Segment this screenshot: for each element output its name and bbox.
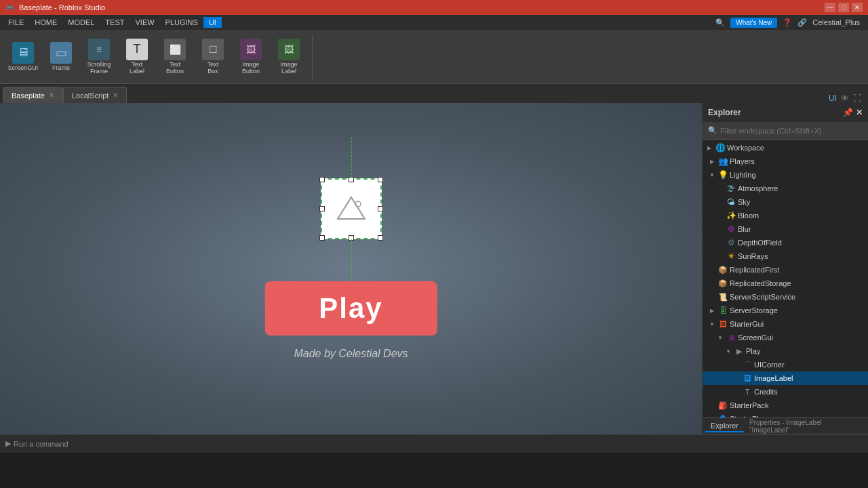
ui-tools-group: 🖥 ScreenGUI ▭ Frame ≡ ScrollingFrame T T…	[5, 35, 313, 79]
tree-name-screengui: ScreenGui	[738, 333, 773, 342]
tree-arrow-lighting[interactable]: ▼	[708, 171, 716, 179]
play-button[interactable]: Play	[264, 281, 437, 336]
help-icon[interactable]: ❓	[783, 18, 792, 27]
frame-tool[interactable]: ▭ Frame	[43, 35, 79, 79]
svg-marker-0	[338, 197, 365, 219]
tree-arrow-sunrays	[716, 252, 724, 260]
menu-plugins[interactable]: PLUGINS	[160, 17, 203, 28]
tree-item-sunrays[interactable]: ☀ SunRays	[703, 249, 868, 263]
menu-test[interactable]: TEST	[100, 17, 130, 28]
text-button-tool[interactable]: ⬜ TextButton	[157, 35, 193, 79]
tabbar: Baseplate ✕ LocalScript ✕ UI 👁 ⛶	[0, 84, 868, 103]
sunrays-icon: ☀	[726, 251, 736, 262]
tree-item-players[interactable]: ▶ 👥 Players	[703, 155, 868, 168]
tree-item-play[interactable]: ▼ ▶ Play	[703, 344, 868, 358]
expand-icon[interactable]: ⛶	[853, 94, 861, 103]
sky-icon: 🌤	[726, 197, 736, 207]
eye-icon[interactable]: 👁	[841, 94, 849, 103]
tree-item-screengui[interactable]: ▼ 🖥 ScreenGui	[703, 331, 868, 344]
credits-icon: T	[742, 386, 753, 397]
tree-item-atmosphere[interactable]: 🌫 Atmosphere	[703, 182, 868, 195]
tree-name-sss: ServerScriptService	[730, 293, 795, 301]
tree-item-replicatedstorage[interactable]: 📦 ReplicatedStorage	[703, 277, 868, 290]
tree-arrow-serverstorage[interactable]: ▶	[708, 306, 716, 314]
startergui-icon: 🖼	[717, 319, 728, 329]
selected-image-label[interactable]	[321, 178, 382, 239]
frame-label: Frame	[52, 65, 70, 72]
tree-arrow-workspace[interactable]: ▶	[705, 144, 713, 152]
toolbar: 🖥 ScreenGUI ▭ Frame ≡ ScrollingFrame T T…	[0, 30, 868, 84]
tab-localscript[interactable]: LocalScript ✕	[63, 87, 127, 103]
tree-name-play: Play	[746, 347, 760, 355]
text-label-tool[interactable]: T TextLabel	[119, 35, 155, 79]
explorer-tab[interactable]: Explorer	[705, 420, 744, 432]
tree-item-blur[interactable]: ⚙ Blur	[703, 222, 868, 236]
window-title: Baseplate - Roblox Studio	[19, 3, 105, 12]
tree-item-serverstorage[interactable]: ▶ 🗄 ServerStorage	[703, 304, 868, 317]
tree-item-uicorner[interactable]: ⌒ UICorner	[703, 358, 868, 371]
tree-arrow-screengui[interactable]: ▼	[716, 333, 724, 342]
text-box-tool[interactable]: ☐ TextBox	[195, 35, 231, 79]
tree-item-startergui[interactable]: ▼ 🖼 StarterGui	[703, 317, 868, 331]
handle-mr[interactable]	[378, 206, 383, 211]
properties-tab[interactable]: Properties - ImageLabel "ImageLabel"	[744, 418, 865, 435]
image-button-label: ImageButton	[242, 62, 260, 75]
repstorage-icon: 📦	[717, 278, 728, 289]
sss-icon: 📜	[717, 291, 728, 302]
scrolling-frame-tool[interactable]: ≡ ScrollingFrame	[81, 35, 117, 79]
tree-item-sky[interactable]: 🌤 Sky	[703, 195, 868, 209]
handle-tr[interactable]	[378, 177, 383, 182]
tree-arrow-startergui[interactable]: ▼	[708, 320, 716, 328]
explorer-search-input[interactable]	[720, 127, 863, 135]
tree-name-lighting: Lighting	[730, 171, 756, 179]
tree-item-workspace[interactable]: ▶ 🌐 Workspace	[703, 141, 868, 155]
handle-ml[interactable]	[319, 206, 325, 211]
handle-bl[interactable]	[319, 235, 325, 241]
maximize-button[interactable]: □	[838, 3, 849, 12]
menu-ui[interactable]: UI	[203, 17, 222, 28]
tree-item-credits[interactable]: T Credits	[703, 385, 868, 399]
tree-name-uicorner: UICorner	[754, 361, 785, 369]
menu-file[interactable]: FILE	[3, 17, 29, 28]
handle-tl[interactable]	[319, 177, 325, 182]
tree-name-serverstorage: ServerStorage	[730, 306, 778, 314]
menu-view[interactable]: VIEW	[130, 17, 159, 28]
serverstorage-icon: 🗄	[717, 305, 728, 316]
image-label-tool[interactable]: 🖼 ImageLabel	[271, 35, 307, 79]
explorer-close-icon[interactable]: ✕	[856, 108, 863, 117]
screengui-label: ScreenGUI	[8, 65, 39, 72]
menu-home[interactable]: HOME	[29, 17, 62, 28]
tree-arrow-blur	[716, 225, 724, 233]
tree-item-replicatedfirst[interactable]: 📦 ReplicatedFirst	[703, 263, 868, 277]
tree-item-depthoffield[interactable]: ⚙ DepthOfField	[703, 236, 868, 249]
whats-new-button[interactable]: What's New	[730, 18, 777, 28]
tab-localscript-close[interactable]: ✕	[113, 92, 118, 99]
tree-item-bloom[interactable]: ✨ Bloom	[703, 209, 868, 222]
text-box-label: TextBox	[208, 62, 219, 75]
handle-br[interactable]	[378, 235, 383, 241]
tab-baseplate-close[interactable]: ✕	[49, 92, 54, 99]
minimize-button[interactable]: —	[825, 3, 835, 12]
main-content: Play Made by Celestial Devs Explorer 📌 ✕…	[0, 103, 868, 434]
image-button-tool[interactable]: 🖼 ImageButton	[233, 35, 269, 79]
close-button[interactable]: ✕	[852, 3, 863, 12]
command-text: Run a command	[14, 440, 68, 448]
tree-arrow-players[interactable]: ▶	[708, 157, 716, 165]
tree-name-credits: Credits	[754, 388, 778, 396]
share-icon[interactable]: 🔗	[797, 18, 807, 27]
tree-item-imagelabel[interactable]: 🖼 ImageLabel	[703, 371, 868, 385]
tree-name-imagelabel: ImageLabel	[754, 374, 793, 382]
explorer-pin-icon[interactable]: 📌	[843, 108, 853, 117]
screengui-tool[interactable]: 🖥 ScreenGUI	[5, 35, 41, 79]
text-button-icon: ⬜	[164, 39, 186, 60]
tree-item-serverscriptservice[interactable]: 📜 ServerScriptService	[703, 290, 868, 304]
tab-baseplate[interactable]: Baseplate ✕	[3, 87, 63, 103]
tree-item-starterpack[interactable]: 🎒 StarterPack	[703, 399, 868, 412]
ui-toggle-icon[interactable]: UI	[829, 94, 837, 103]
tree-item-lighting[interactable]: ▼ 💡 Lighting	[703, 168, 868, 182]
viewport-canvas[interactable]: Play Made by Celestial Devs	[0, 103, 702, 434]
explorer-search-bar[interactable]: 🔍	[703, 122, 868, 140]
image-placeholder-icon	[334, 192, 368, 226]
menu-model[interactable]: MODEL	[62, 17, 100, 28]
tree-arrow-play[interactable]: ▼	[724, 347, 732, 355]
